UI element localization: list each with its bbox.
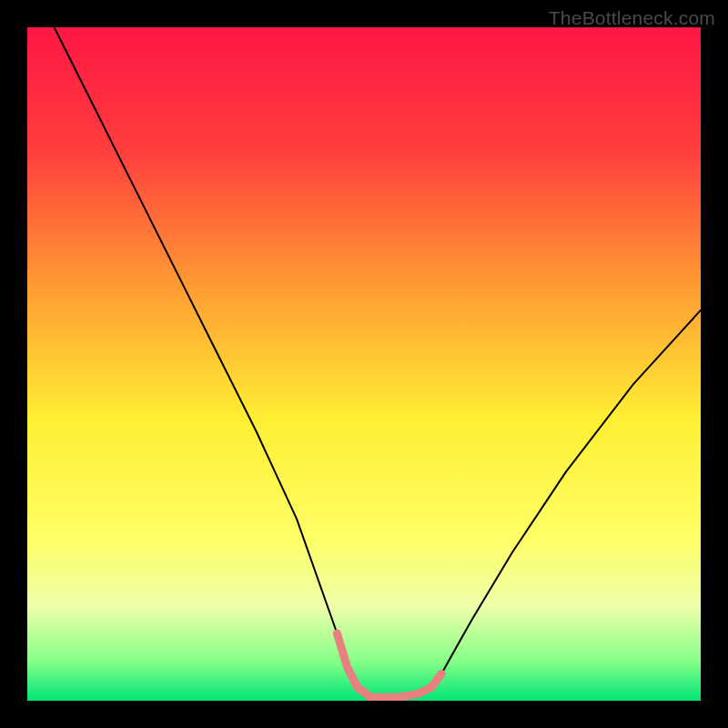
gradient-background: [27, 27, 701, 701]
chart-svg: [27, 27, 701, 701]
chart-container: TheBottleneck.com: [0, 0, 728, 728]
plot-area: [27, 27, 701, 701]
watermark-text: TheBottleneck.com: [549, 7, 715, 29]
